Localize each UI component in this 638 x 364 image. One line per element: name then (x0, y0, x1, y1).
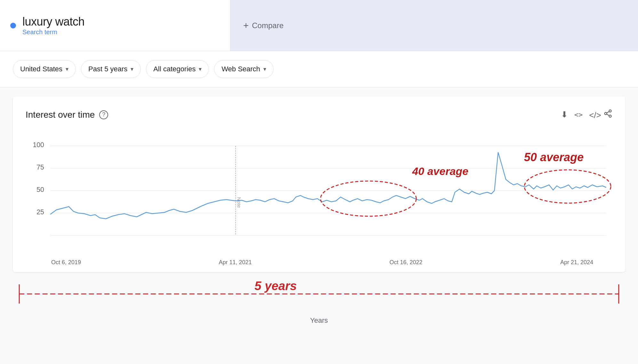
chart-section: Interest over time ? ⬇ <> </> 100 75 (13, 96, 625, 272)
x-label-4: Apr 21, 2024 (560, 259, 593, 266)
chart-title: Interest over time (26, 110, 95, 120)
chevron-down-icon: ▾ (263, 66, 266, 73)
download-icon[interactable]: ⬇ (561, 110, 568, 120)
search-term-card: luxury watch Search term (0, 0, 230, 51)
filter-location-label: United States (20, 65, 62, 73)
svg-line-3 (607, 114, 609, 116)
chart-wrapper: 100 75 50 25 Note 50 average 40 average (26, 133, 612, 255)
svg-text:25: 25 (36, 208, 44, 216)
x-label-1: Oct 6, 2019 (51, 259, 81, 266)
x-label-2: Apr 11, 2021 (219, 259, 252, 266)
x-axis-labels: Oct 6, 2019 Apr 11, 2021 Oct 16, 2022 Ap… (26, 255, 612, 266)
chart-actions: ⬇ <> </> (561, 109, 612, 120)
embed-icon[interactable]: <> (574, 111, 583, 119)
svg-text:5 years: 5 years (255, 281, 297, 293)
plus-icon: + (243, 20, 249, 31)
search-term-title: luxury watch (22, 15, 84, 28)
annotation-40avg-circle (321, 181, 416, 216)
filter-search-type-label: Web Search (221, 65, 260, 73)
chevron-down-icon: ▾ (131, 66, 133, 73)
trend-line (50, 152, 606, 219)
chevron-down-icon: ▾ (199, 66, 202, 73)
help-icon[interactable]: ? (99, 110, 108, 119)
filter-timeframe[interactable]: Past 5 years ▾ (81, 60, 141, 78)
compare-label: Compare (252, 21, 284, 30)
compare-section: + Compare (230, 0, 638, 51)
svg-point-2 (609, 115, 611, 117)
share-icon[interactable]: </> (589, 109, 612, 120)
chevron-down-icon: ▾ (66, 66, 68, 73)
search-dot (10, 23, 16, 28)
annotation-40avg: 40 average (412, 165, 468, 178)
filter-timeframe-label: Past 5 years (88, 65, 127, 73)
bottom-annotation-area: 5 years (13, 281, 625, 310)
svg-text:50: 50 (36, 186, 44, 194)
filters-bar: United States ▾ Past 5 years ▾ All categ… (0, 51, 638, 87)
svg-text:Note: Note (236, 197, 242, 208)
years-axis-label: Years (0, 316, 638, 331)
chart-header: Interest over time ? ⬇ <> </> (26, 109, 612, 120)
filter-category-label: All categories (153, 65, 195, 73)
svg-point-1 (605, 113, 607, 115)
filter-search-type[interactable]: Web Search ▾ (214, 60, 274, 78)
x-label-3: Oct 16, 2022 (389, 259, 422, 266)
filter-category[interactable]: All categories ▾ (146, 60, 209, 78)
svg-text:100: 100 (33, 141, 44, 149)
compare-button[interactable]: + Compare (243, 20, 283, 31)
svg-line-4 (607, 112, 609, 113)
svg-point-0 (609, 110, 611, 112)
annotation-50avg: 50 average (524, 151, 584, 164)
five-years-annotation: 5 years (13, 281, 625, 310)
chart-title-area: Interest over time ? (26, 110, 108, 120)
search-term-label: Search term (22, 28, 57, 36)
filter-location[interactable]: United States ▾ (13, 60, 76, 78)
svg-text:75: 75 (36, 163, 44, 171)
